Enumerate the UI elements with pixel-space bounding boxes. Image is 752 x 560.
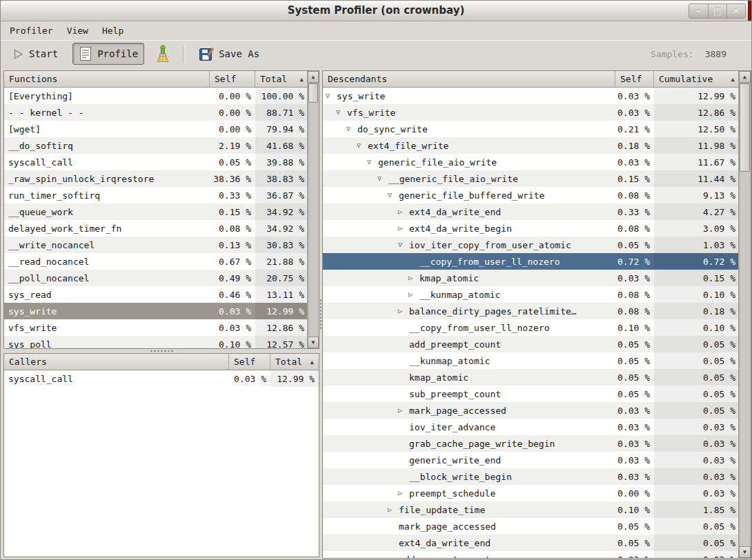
table-row[interactable]: sys_poll0.10 %12.57 %	[4, 336, 307, 348]
expander-closed-icon[interactable]: ▷	[398, 308, 409, 314]
table-row[interactable]: ▽do_sync_write0.21 %12.50 %	[323, 121, 738, 137]
table-row[interactable]: vfs_write0.03 %12.86 %	[4, 319, 307, 336]
expander-open-icon[interactable]: ▽	[377, 175, 388, 182]
reset-button[interactable]	[148, 41, 177, 67]
scroll-down-button[interactable]: ▼	[308, 337, 319, 348]
scrollbar-track[interactable]	[739, 83, 751, 546]
table-row[interactable]: run_timer_softirq0.33 %36.87 %	[4, 187, 307, 203]
expander-open-icon[interactable]: ▽	[336, 109, 347, 116]
table-row[interactable]: ▷kmap_atomic0.03 %0.15 %	[323, 270, 738, 286]
table-row[interactable]: __poll_nocancel0.49 %20.75 %	[4, 270, 307, 286]
titlebar[interactable]: System Profiler (on crownbay) – □ ✕	[1, 1, 751, 21]
close-button[interactable]: ✕	[726, 4, 745, 18]
self-value-cell: 0.00 %	[210, 88, 255, 104]
table-row[interactable]: ▷preempt_schedule0.00 %0.03 %	[323, 485, 738, 501]
expander-open-icon[interactable]: ▽	[388, 192, 399, 199]
menu-item-profiler[interactable]: Profiler	[3, 23, 60, 39]
table-row[interactable]: ▽vfs_write0.03 %12.86 %	[323, 104, 738, 121]
expander-closed-icon[interactable]: ▷	[408, 291, 419, 298]
table-row[interactable]: - - kernel - -0.00 %88.71 %	[4, 104, 307, 121]
table-row[interactable]: ▽generic_file_buffered_write0.08 %9.13 %	[323, 187, 738, 203]
table-row[interactable]: [Everything]0.00 %100.00 %	[4, 88, 307, 104]
table-row[interactable]: __read_nocancel0.67 %21.88 %	[4, 253, 307, 270]
table-row[interactable]: ▽iov_iter_copy_from_user_atomic0.05 %1.0…	[323, 237, 738, 253]
total-value-cell: 12.99 %	[255, 303, 307, 319]
scrollbar-thumb[interactable]	[308, 83, 318, 103]
start-button[interactable]: Start	[6, 45, 64, 63]
self-value-cell: 2.19 %	[210, 137, 255, 154]
scroll-down-button[interactable]: ▼	[739, 546, 751, 558]
table-row[interactable]: ▽sys_write0.03 %12.99 %	[323, 88, 738, 104]
total-value-cell: 20.75 %	[255, 270, 307, 286]
functions-column-header[interactable]: Functions	[4, 71, 210, 88]
scrollbar-track[interactable]	[308, 83, 319, 337]
self-column-header[interactable]: Self	[615, 71, 654, 88]
expander-open-icon[interactable]: ▽	[346, 126, 357, 132]
expander-closed-icon[interactable]: ▷	[398, 490, 409, 497]
menu-item-view[interactable]: View	[60, 23, 95, 39]
expander-open-icon[interactable]: ▽	[326, 92, 337, 99]
expander-closed-icon[interactable]: ▷	[408, 274, 419, 281]
table-row[interactable]: ▷ext4_da_write_begin0.08 %3.09 %	[323, 220, 738, 237]
table-row[interactable]: mark_page_accessed0.05 %0.05 %	[323, 518, 738, 534]
descendants-column-header[interactable]: Descendants	[323, 71, 615, 88]
table-row[interactable]: ▽__generic_file_aio_write0.15 %11.44 %	[323, 170, 738, 187]
expander-open-icon[interactable]: ▽	[357, 142, 368, 149]
table-row[interactable]: kmap_atomic0.05 %0.05 %	[323, 369, 738, 386]
table-row[interactable]: ▽ext4_file_write0.18 %11.98 %	[323, 137, 738, 154]
maximize-button[interactable]: □	[708, 4, 726, 18]
table-row[interactable]: __copy_from_user_ll_nozero0.10 %0.10 %	[323, 319, 738, 336]
total-value-cell: 100.00 %	[255, 88, 307, 104]
table-row[interactable]: generic_write_end0.03 %0.03 %	[323, 452, 738, 468]
functions-vertical-scrollbar[interactable]: ▲ ▼	[307, 71, 319, 348]
total-value-cell: 13.11 %	[255, 286, 307, 303]
expander-closed-icon[interactable]: ▷	[388, 506, 399, 513]
table-row[interactable]: delayed_work_timer_fn0.08 %34.92 %	[4, 220, 307, 237]
table-row[interactable]: grab_cache_page_write_begin0.03 %0.03 %	[323, 435, 738, 452]
table-row[interactable]: ▽generic_file_aio_write0.03 %11.67 %	[323, 154, 738, 170]
expander-closed-icon[interactable]: ▷	[398, 225, 409, 232]
expander-closed-icon[interactable]: ▷	[398, 208, 409, 215]
table-row[interactable]: iov_iter_advance0.03 %0.03 %	[323, 419, 738, 435]
self-column-header[interactable]: Self	[229, 354, 270, 370]
scrollbar-thumb[interactable]	[740, 83, 750, 172]
table-row[interactable]: __do_softirq2.19 %41.68 %	[4, 137, 307, 154]
table-row[interactable]: sys_read0.46 %13.11 %	[4, 286, 307, 303]
total-column-header[interactable]: Total▲	[255, 71, 307, 88]
save-as-button[interactable]: Save As	[192, 43, 266, 65]
table-row[interactable]: __copy_from_user_ll_nozero0.72 %0.72 %	[323, 253, 738, 270]
function-name-cell: sub_preempt_count	[323, 386, 615, 402]
table-row[interactable]: syscall_call0.03 %12.99 %	[4, 370, 319, 387]
self-column-header[interactable]: Self	[210, 71, 255, 88]
table-row[interactable]: ext4_da_write_end0.05 %0.05 %	[323, 534, 738, 551]
expander-open-icon[interactable]: ▽	[398, 241, 409, 248]
table-row[interactable]: ▷mark_page_accessed0.03 %0.05 %	[323, 402, 738, 419]
expander-open-icon[interactable]: ▽	[367, 159, 378, 166]
table-row[interactable]: ▷balance_dirty_pages_ratelimite…0.08 %0.…	[323, 303, 738, 319]
table-row[interactable]: add_preempt_count0.03 %0.03 %	[323, 551, 738, 558]
table-row[interactable]: [wget]0.00 %79.94 %	[4, 121, 307, 137]
table-row[interactable]: ▷__kunmap_atomic0.08 %0.10 %	[323, 286, 738, 303]
table-row[interactable]: __queue_work0.15 %34.92 %	[4, 203, 307, 220]
profile-toggle-button[interactable]: Profile	[72, 43, 144, 65]
table-row[interactable]: add_preempt_count0.05 %0.05 %	[323, 336, 738, 352]
total-column-header[interactable]: Total▲	[270, 354, 319, 370]
table-row[interactable]: ▷file_update_time0.10 %1.85 %	[323, 501, 738, 518]
table-row[interactable]: sys_write0.03 %12.99 %	[4, 303, 307, 319]
table-row[interactable]: __write_nocancel0.13 %30.83 %	[4, 237, 307, 253]
table-row[interactable]: sub_preempt_count0.05 %0.05 %	[323, 386, 738, 402]
descendants-vertical-scrollbar[interactable]: ▲ ▼	[738, 71, 751, 558]
app-window: System Profiler (on crownbay) – □ ✕ Prof…	[0, 0, 752, 560]
table-row[interactable]: ▷ext4_da_write_end0.33 %4.27 %	[323, 203, 738, 220]
table-row[interactable]: __block_write_begin0.03 %0.03 %	[323, 468, 738, 485]
minimize-button[interactable]: –	[689, 4, 708, 18]
menu-item-help[interactable]: Help	[95, 23, 130, 39]
table-row[interactable]: _raw_spin_unlock_irqrestore38.36 %38.83 …	[4, 170, 307, 187]
callers-column-header[interactable]: Callers	[4, 354, 229, 370]
table-row[interactable]: __kunmap_atomic0.05 %0.05 %	[323, 352, 738, 369]
scroll-up-button[interactable]: ▲	[739, 71, 751, 83]
cumulative-column-header[interactable]: Cumulative▲	[654, 71, 738, 88]
scroll-up-button[interactable]: ▲	[308, 71, 319, 83]
expander-closed-icon[interactable]: ▷	[398, 407, 409, 414]
table-row[interactable]: syscall_call0.05 %39.88 %	[4, 154, 307, 170]
